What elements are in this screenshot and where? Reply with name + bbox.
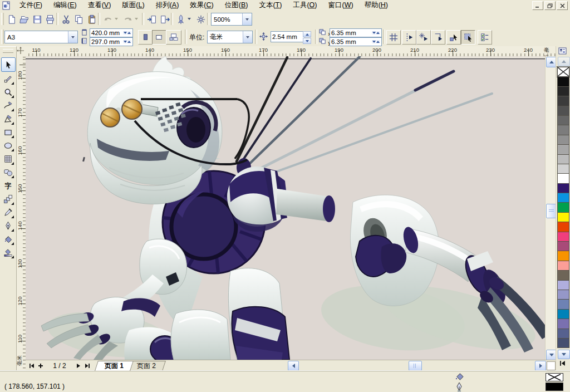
new-icon[interactable] [4, 12, 18, 27]
palette-swatch[interactable] [557, 125, 569, 135]
menu-item[interactable]: 文本(T) [253, 0, 287, 11]
palette-swatch[interactable] [557, 96, 569, 106]
palette-swatch[interactable] [557, 270, 569, 280]
next-page-button[interactable] [74, 361, 83, 370]
paper-height-spinner[interactable] [123, 40, 131, 43]
palette-swatch[interactable] [557, 338, 569, 348]
add-page-button[interactable] [36, 361, 45, 370]
marquee-select-button[interactable] [461, 30, 475, 45]
toolbox-grip[interactable] [3, 49, 13, 53]
palette-swatch[interactable] [557, 251, 569, 261]
zoom-tool[interactable] [1, 85, 14, 99]
palette-swatch[interactable] [557, 164, 569, 174]
palette-swatch[interactable] [557, 318, 569, 329]
palette-swatch[interactable] [557, 144, 569, 154]
propbar-grip[interactable] [1, 30, 4, 44]
paper-height-field[interactable]: 297.0 mm [90, 37, 133, 46]
freehand-tool[interactable] [1, 99, 14, 112]
interactive-blend-tool[interactable] [1, 192, 14, 205]
palette-swatch[interactable] [557, 222, 569, 232]
menu-item[interactable]: 帮助(H) [359, 0, 394, 11]
landscape-button[interactable] [152, 30, 166, 45]
page-tab-1[interactable]: 页面 1 [95, 361, 134, 371]
portrait-button[interactable] [138, 30, 153, 45]
palette-swatch[interactable] [557, 232, 569, 242]
horizontal-scroll-thumb[interactable] [409, 361, 422, 371]
palette-scroll-up-icon[interactable] [558, 57, 570, 66]
text-tool[interactable]: 字 [1, 179, 14, 192]
snap-to-guidelines-button[interactable] [402, 30, 416, 45]
set-default-page-button[interactable] [166, 30, 181, 45]
no-fill-swatch[interactable] [557, 67, 569, 77]
palette-swatch[interactable] [557, 299, 569, 309]
last-page-button[interactable] [83, 361, 92, 370]
pick-tool[interactable] [1, 57, 16, 72]
fill-tool[interactable] [1, 232, 14, 246]
palette-swatch[interactable] [557, 212, 569, 222]
menu-item[interactable]: 编辑(E) [48, 0, 82, 11]
palette-swatch[interactable] [557, 76, 569, 86]
open-icon[interactable] [17, 12, 31, 27]
palette-swatch[interactable] [557, 173, 569, 183]
close-button[interactable] [557, 1, 568, 10]
palette-swatch[interactable] [557, 154, 569, 164]
palette-scroll-down-icon[interactable] [558, 350, 570, 359]
smart-drawing-tool[interactable] [1, 112, 14, 125]
outline-swatch[interactable] [546, 383, 563, 391]
palette-swatch[interactable] [557, 106, 569, 116]
scroll-right-icon[interactable] [535, 361, 546, 371]
menu-item[interactable]: 文件(F) [14, 0, 48, 11]
paper-width-field[interactable]: 420.0 mm [90, 28, 133, 37]
zoom-level-combo[interactable]: 500% [211, 13, 252, 26]
palette-swatch[interactable] [557, 183, 569, 193]
palette-swatch[interactable] [557, 135, 569, 145]
menu-item[interactable]: 窗口(W) [322, 0, 358, 11]
palette-swatch[interactable] [557, 202, 569, 212]
palette-swatch[interactable] [557, 290, 569, 300]
shape-tool[interactable] [1, 72, 14, 85]
zoom-combo-arrow-icon[interactable] [242, 13, 252, 25]
redo-dropdown-icon[interactable] [133, 12, 140, 26]
outline-tool[interactable] [1, 219, 14, 232]
horizontal-ruler[interactable]: 1101201301401501601701801902002102202302… [26, 46, 556, 57]
paper-type-combo[interactable]: A3 [4, 31, 78, 43]
palette-options-icon[interactable] [558, 47, 567, 55]
palette-swatch[interactable] [557, 241, 569, 251]
duplicate-y-spinner[interactable] [372, 40, 380, 43]
nudge-offset-field[interactable]: 2.54 mm [271, 31, 305, 42]
interactive-fill-tool[interactable] [1, 246, 14, 259]
units-combo[interactable]: 毫米 [207, 31, 253, 43]
palette-swatch[interactable] [557, 261, 569, 271]
treat-as-filled-button[interactable] [446, 30, 461, 45]
menu-item[interactable]: 工具(O) [287, 0, 322, 11]
copy-icon[interactable] [72, 12, 86, 27]
fill-swatch[interactable] [546, 373, 563, 381]
horizontal-scrollbar[interactable] [288, 361, 545, 370]
print-icon[interactable] [43, 12, 57, 27]
menu-item[interactable]: 版面(L) [116, 0, 150, 11]
vertical-ruler[interactable]: 180170160150140130120110毫米 [16, 56, 26, 370]
toolbar-grip[interactable] [1, 13, 4, 25]
export-icon[interactable] [158, 12, 171, 27]
palette-swatch[interactable] [557, 86, 569, 96]
snap-to-grid-button[interactable] [386, 30, 401, 45]
paper-type-arrow-icon[interactable] [68, 31, 77, 43]
duplicate-y-field[interactable]: 6.35 mm [330, 37, 382, 46]
palette-swatch[interactable] [557, 329, 569, 339]
palette-expand-icon[interactable] [559, 360, 566, 366]
options-button[interactable] [478, 30, 492, 45]
ellipse-tool[interactable] [1, 139, 14, 152]
restore-button[interactable] [544, 1, 556, 10]
snap-to-objects-button[interactable] [416, 30, 431, 45]
rectangle-tool[interactable] [1, 125, 14, 139]
eyedropper-tool[interactable] [1, 205, 14, 219]
vertical-scrollbar[interactable] [545, 56, 556, 360]
basic-shapes-tool[interactable] [1, 165, 14, 179]
undo-dropdown-icon[interactable] [113, 12, 120, 26]
corel-online-icon[interactable] [194, 12, 208, 27]
paper-width-spinner[interactable] [123, 31, 131, 35]
units-combo-arrow-icon[interactable] [243, 31, 252, 43]
palette-swatch[interactable] [557, 193, 569, 203]
outline-indicator-icon[interactable] [455, 382, 463, 392]
launcher-dropdown-icon[interactable] [186, 12, 193, 26]
